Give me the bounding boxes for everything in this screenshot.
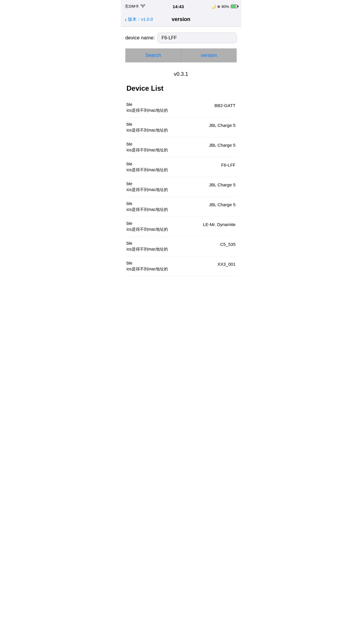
search-button[interactable]: Search: [125, 48, 181, 62]
version-button[interactable]: version: [181, 48, 237, 62]
button-row: Search version: [125, 48, 237, 62]
list-item[interactable]: ble ios是得不到mac地址的 F6-LFF: [125, 157, 237, 177]
device-name-label: device name:: [125, 35, 155, 41]
status-bar: 无SIM卡 14:43 🌙 ⊕ 80%: [121, 0, 241, 12]
list-item[interactable]: ble ios是得不到mac地址的 XX3_001: [125, 256, 237, 276]
battery-pct: 80%: [222, 4, 229, 9]
device-mac: ios是得不到mac地址的: [126, 167, 168, 173]
device-name-right: LE-Mr. Dynamite: [203, 221, 236, 227]
device-list: ble ios是得不到mac地址的 BB2-GATT ble ios是得不到ma…: [125, 98, 237, 276]
device-name-right: JBL Charge 5: [209, 181, 236, 187]
device-type: ble: [126, 201, 168, 206]
back-chevron-icon: ‹: [125, 16, 127, 23]
gps-icon: ⊕: [217, 4, 220, 9]
status-left: 无SIM卡: [125, 4, 145, 9]
device-mac: ios是得不到mac地址的: [126, 267, 168, 272]
main-content: device name: Search version v0.3.1 Devic…: [121, 27, 241, 276]
list-item[interactable]: ble ios是得不到mac地址的 JBL Charge 5: [125, 197, 237, 217]
nav-bar: ‹ 版本：v1.0.0 version: [121, 12, 241, 27]
nav-title: version: [172, 16, 190, 22]
device-name-right: F6-LFF: [221, 161, 236, 167]
device-item-left: ble ios是得不到mac地址的: [126, 122, 168, 133]
battery-fill: [231, 5, 236, 8]
device-item-left: ble ios是得不到mac地址的: [126, 241, 168, 252]
status-time: 14:43: [173, 4, 184, 9]
back-label: 版本：v1.0.0: [128, 17, 153, 22]
device-list-title: Device List: [125, 84, 237, 92]
list-item[interactable]: ble ios是得不到mac地址的 C5_535: [125, 237, 237, 256]
device-type: ble: [126, 161, 168, 166]
device-mac: ios是得不到mac地址的: [126, 128, 168, 133]
device-type: ble: [126, 241, 168, 246]
device-mac: ios是得不到mac地址的: [126, 227, 168, 232]
device-name-right: XX3_001: [217, 260, 236, 267]
list-item[interactable]: ble ios是得不到mac地址的 LE-Mr. Dynamite: [125, 217, 237, 237]
device-name-input[interactable]: [158, 33, 237, 43]
device-type: ble: [126, 102, 168, 107]
device-item-left: ble ios是得不到mac地址的: [126, 260, 168, 272]
device-mac: ios是得不到mac地址的: [126, 207, 168, 212]
device-type: ble: [126, 260, 168, 265]
device-mac: ios是得不到mac地址的: [126, 108, 168, 113]
device-type: ble: [126, 181, 168, 186]
list-item[interactable]: ble ios是得不到mac地址的 JBL Charge 5: [125, 177, 237, 197]
wifi-icon: [140, 4, 145, 9]
device-item-left: ble ios是得不到mac地址的: [126, 141, 168, 153]
device-name-row: device name:: [125, 33, 237, 43]
status-right: 🌙 ⊕ 80%: [211, 4, 237, 9]
device-item-left: ble ios是得不到mac地址的: [126, 201, 168, 212]
device-item-left: ble ios是得不到mac地址的: [126, 102, 168, 113]
no-sim-text: 无SIM卡: [125, 4, 139, 9]
back-button[interactable]: ‹ 版本：v1.0.0: [125, 16, 153, 23]
device-name-right: BB2-GATT: [215, 102, 236, 108]
version-display: v0.3.1: [125, 71, 237, 77]
list-item[interactable]: ble ios是得不到mac地址的 JBL Charge 5: [125, 118, 237, 137]
device-name-right: C5_535: [220, 241, 236, 247]
device-name-right: JBL Charge 5: [209, 141, 236, 148]
device-mac: ios是得不到mac地址的: [126, 148, 168, 153]
device-name-right: JBL Charge 5: [209, 201, 236, 207]
device-item-left: ble ios是得不到mac地址的: [126, 181, 168, 192]
device-item-left: ble ios是得不到mac地址的: [126, 221, 168, 232]
battery-icon: [231, 5, 237, 8]
device-type: ble: [126, 122, 168, 127]
device-mac: ios是得不到mac地址的: [126, 247, 168, 252]
device-name-right: JBL Charge 5: [209, 122, 236, 128]
list-item[interactable]: ble ios是得不到mac地址的 BB2-GATT: [125, 98, 237, 118]
device-type: ble: [126, 221, 168, 226]
list-item[interactable]: ble ios是得不到mac地址的 JBL Charge 5: [125, 137, 237, 157]
device-type: ble: [126, 141, 168, 146]
moon-icon: 🌙: [211, 4, 216, 9]
device-mac: ios是得不到mac地址的: [126, 187, 168, 192]
device-item-left: ble ios是得不到mac地址的: [126, 161, 168, 173]
